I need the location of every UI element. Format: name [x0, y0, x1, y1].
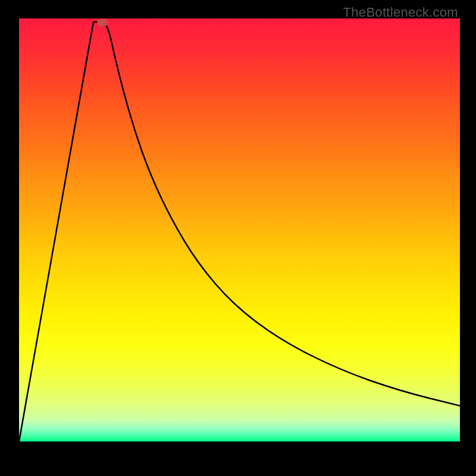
watermark-label: TheBottleneck.com	[343, 5, 458, 20]
curve-path-right	[93, 22, 460, 406]
chart-container: TheBottleneck.com	[0, 0, 476, 476]
curve-path-left	[19, 22, 93, 441]
plot-area	[19, 18, 460, 441]
optimal-point-marker	[97, 19, 108, 26]
curve-svg	[19, 18, 460, 441]
